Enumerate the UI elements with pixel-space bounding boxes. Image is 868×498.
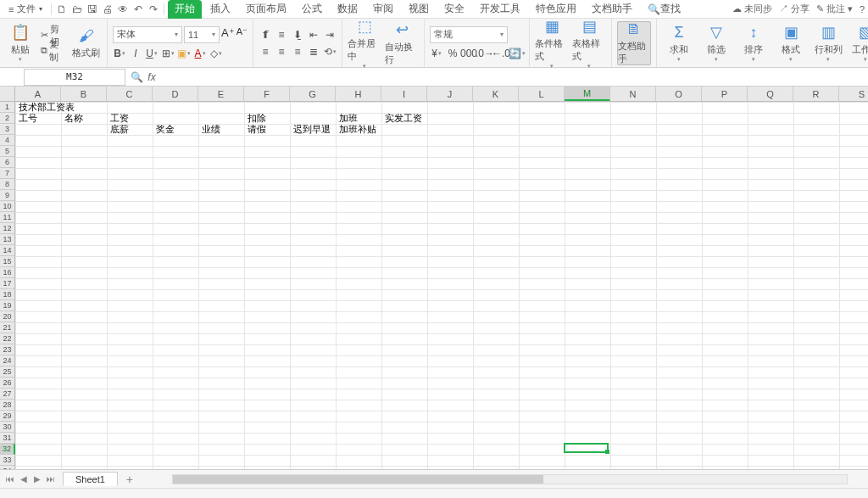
col-header[interactable]: L: [519, 87, 565, 101]
border-icon[interactable]: ⊞: [161, 47, 175, 60]
align-top-icon[interactable]: ⬆̄: [259, 28, 272, 42]
qat-preview-icon[interactable]: 👁: [116, 3, 130, 16]
sync-status[interactable]: ☁ 未同步: [732, 3, 772, 15]
row-header[interactable]: 24: [0, 355, 14, 367]
row-header[interactable]: 26: [0, 378, 14, 389]
align-left-icon[interactable]: ≡: [259, 45, 272, 59]
cell[interactable]: 实发工资: [383, 113, 424, 124]
tab-start[interactable]: 开始: [168, 0, 202, 19]
row-header[interactable]: 1: [0, 102, 14, 113]
tab-security[interactable]: 安全: [437, 0, 471, 19]
format-button[interactable]: ▣格式▾: [774, 21, 808, 65]
row-header[interactable]: 20: [0, 311, 14, 322]
align-middle-icon[interactable]: ≡: [275, 28, 288, 42]
align-bottom-icon[interactable]: ⬇̱: [291, 28, 304, 42]
sheet-nav-first-icon[interactable]: ⏮: [3, 473, 17, 486]
copy-button[interactable]: ⧉复制: [39, 44, 68, 58]
italic-icon[interactable]: I: [129, 47, 142, 60]
cell[interactable]: 请假: [246, 124, 268, 135]
indent-dec-icon[interactable]: ⇤: [307, 28, 320, 42]
cell[interactable]: 工资: [108, 113, 131, 124]
select-all-corner[interactable]: [0, 87, 15, 102]
row-header[interactable]: 30: [0, 422, 14, 433]
sum-button[interactable]: Σ求和▾: [662, 21, 696, 65]
row-header[interactable]: 3: [0, 124, 14, 135]
col-header[interactable]: G: [290, 87, 336, 101]
fill-color-icon[interactable]: ▣: [177, 47, 191, 60]
cell[interactable]: 底薪: [108, 124, 131, 135]
cell[interactable]: 工号: [17, 113, 39, 124]
rowcol-button[interactable]: ▥行和列▾: [811, 21, 845, 65]
col-header[interactable]: P: [702, 87, 748, 101]
share-btn[interactable]: ↗ 分享: [779, 3, 810, 15]
comment-btn[interactable]: ✎ 批注 ▾: [816, 3, 853, 15]
sheet-button[interactable]: ▧工作表▾: [849, 21, 868, 65]
format-painter-button[interactable]: 🖌格式刷: [71, 21, 102, 65]
col-header[interactable]: S: [839, 87, 868, 101]
tab-view[interactable]: 视图: [402, 0, 436, 19]
qat-print-icon[interactable]: 🖨: [101, 3, 114, 16]
row-header[interactable]: 16: [0, 267, 14, 278]
shrink-font-icon[interactable]: A⁻: [236, 26, 248, 43]
col-header[interactable]: C: [107, 87, 153, 101]
qat-redo-icon[interactable]: ↷: [147, 3, 160, 16]
col-header[interactable]: B: [61, 87, 107, 101]
row-header[interactable]: 8: [0, 179, 14, 190]
qat-open-icon[interactable]: 🗁: [70, 3, 84, 16]
filter-button[interactable]: ▽筛选▾: [699, 21, 733, 65]
sheet-nav-next-icon[interactable]: ▶: [31, 473, 44, 486]
comma-icon[interactable]: 000: [462, 47, 476, 60]
qat-save-icon[interactable]: 🖫: [86, 3, 99, 16]
row-header[interactable]: 4: [0, 135, 14, 146]
col-header[interactable]: D: [153, 87, 198, 101]
col-header[interactable]: N: [610, 87, 656, 101]
cell[interactable]: 业绩: [200, 124, 222, 135]
currency-icon[interactable]: ¥: [430, 47, 443, 60]
row-header[interactable]: 19: [0, 300, 14, 311]
type-convert-icon[interactable]: 🔄: [510, 47, 524, 60]
row-header[interactable]: 6: [0, 157, 14, 168]
cell[interactable]: 加班补贴: [337, 124, 378, 135]
row-header[interactable]: 11: [0, 212, 14, 223]
table-style-button[interactable]: ▤表格样式▾: [572, 21, 606, 65]
paste-button[interactable]: 📋粘贴▾: [5, 21, 36, 65]
tab-layout[interactable]: 页面布局: [239, 0, 293, 19]
row-header[interactable]: 13: [0, 234, 14, 245]
namebox-search-icon[interactable]: 🔍: [129, 71, 144, 83]
tab-data[interactable]: 数据: [331, 0, 364, 19]
orientation-icon[interactable]: ⟲: [323, 45, 337, 59]
font-combo[interactable]: 宋体▾: [113, 26, 182, 43]
row-header[interactable]: 32: [0, 444, 15, 455]
row-header[interactable]: 10: [0, 201, 14, 212]
tab-special[interactable]: 特色应用: [529, 0, 583, 19]
row-header[interactable]: 33: [0, 455, 14, 466]
tab-dev[interactable]: 开发工具: [473, 0, 527, 19]
row-header[interactable]: 5: [0, 146, 14, 157]
row-header[interactable]: 28: [0, 400, 14, 411]
cell[interactable]: 名称: [63, 113, 85, 124]
name-box[interactable]: M32: [24, 69, 125, 86]
qat-new-icon[interactable]: 🗋: [55, 3, 69, 16]
percent-icon[interactable]: %: [446, 47, 459, 60]
indent-inc-icon[interactable]: ⇥: [323, 28, 337, 42]
sheet-nav-last-icon[interactable]: ⏭: [44, 473, 58, 486]
row-header[interactable]: 25: [0, 367, 14, 378]
col-header[interactable]: J: [427, 87, 473, 101]
align-justify-icon[interactable]: ≣: [307, 45, 320, 59]
row-header[interactable]: 9: [0, 190, 14, 201]
col-header[interactable]: A: [15, 87, 61, 101]
row-header[interactable]: 22: [0, 333, 14, 344]
h-scrollbar[interactable]: [172, 474, 848, 484]
align-center-icon[interactable]: ≡: [275, 45, 288, 59]
row-header[interactable]: 23: [0, 344, 14, 355]
align-right-icon[interactable]: ≡: [291, 45, 304, 59]
tab-formula[interactable]: 公式: [295, 0, 329, 19]
formula-input[interactable]: [159, 69, 868, 86]
merge-button[interactable]: ⬚合并居中▾: [348, 21, 381, 65]
row-header[interactable]: 21: [0, 322, 14, 333]
sort-button[interactable]: ↕排序▾: [737, 21, 771, 65]
inc-decimal-icon[interactable]: .0→: [478, 47, 492, 60]
numfmt-combo[interactable]: 常规▾: [430, 26, 508, 43]
fx-icon[interactable]: fx: [144, 71, 159, 83]
col-header[interactable]: E: [198, 87, 244, 101]
